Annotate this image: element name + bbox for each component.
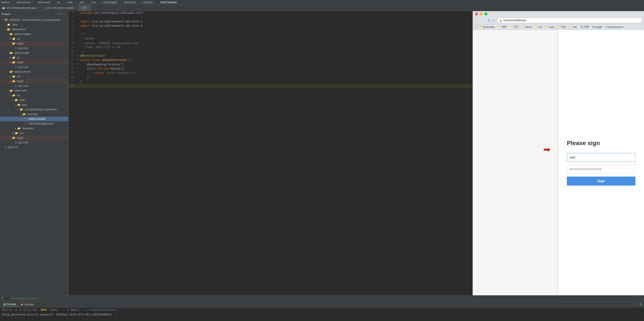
back-button[interactable]: ← — [474, 18, 479, 22]
tree-item[interactable]: mpom.xml — [0, 140, 68, 145]
tree-item[interactable]: mpom.xml — [0, 145, 68, 150]
tree-item[interactable]: ▶📁resources — [0, 126, 68, 131]
bookmark-gongzuo[interactable]: 📁 工作 — [509, 25, 519, 29]
sidebar-header: Project ⬛ ⇅ ⚙ — — [0, 11, 68, 17]
run-close-button[interactable]: ✕ — [39, 297, 41, 300]
tab-actuator[interactable]: ⚡ Actuator — [19, 302, 36, 307]
tree-item[interactable]: ▶📁src — [0, 74, 68, 79]
username-input[interactable] — [567, 153, 636, 162]
tree-item[interactable]: CAdminWebApplication — [0, 121, 68, 126]
tree-item[interactable]: mpom.xml — [0, 46, 68, 50]
bookmark-bookmarks[interactable]: 📁 Bookmarks — [478, 25, 496, 29]
tree-item[interactable]: CHelloController — [0, 116, 68, 121]
google-icon: G — [592, 26, 594, 28]
tree-item[interactable]: mpom.xml — [0, 84, 68, 88]
password-input[interactable] — [567, 165, 636, 173]
tree-item[interactable]: ▼📦svbadmin ~/Documents/idea_workspace/sv… — [0, 18, 68, 22]
collapse-all-icon[interactable]: ⬛ — [54, 13, 57, 16]
run-bar: ▶ Run: AdminWebApplication ✕ — [0, 296, 644, 302]
scroll-down-button[interactable]: ↓ — [637, 303, 639, 306]
tree-file-icon: 📁 — [7, 23, 10, 26]
tree-item[interactable]: ▼📂admin-model — [0, 50, 68, 55]
tree-item[interactable]: ▼📂adminserver — [0, 27, 68, 32]
tree-item[interactable]: 📁.idea — [0, 22, 68, 27]
bookmark-changyong[interactable]: 📁 常用 — [497, 25, 508, 29]
console-tab-label: Console — [7, 303, 16, 306]
home-button[interactable]: ⌂ — [492, 18, 496, 22]
tab-close-button[interactable]: ✕ — [87, 7, 88, 9]
tree-file-icon: 📂 — [10, 89, 13, 92]
breadcrumb-src[interactable]: src — [57, 1, 60, 4]
tree-item[interactable]: ▼📂target — [0, 136, 68, 140]
tree-arrow-icon: ▼ — [12, 99, 14, 101]
tree-item-label: target — [17, 42, 24, 45]
tree-item[interactable]: ▶📁test — [0, 131, 68, 136]
bookmark-fun[interactable]: 📁 fun — [534, 25, 543, 29]
settings-icon[interactable]: ⚙ — [61, 13, 63, 16]
tab-adminwebapplication[interactable]: ☕ adminWebApplication.java ✕ — [0, 5, 42, 11]
forward-button[interactable]: → — [480, 18, 485, 22]
line-number: 15 — [68, 71, 76, 74]
code-editor[interactable]: 1package com.shenfangtao.adminweb.contr2… — [68, 11, 472, 295]
bookmark-cdo[interactable]: 📁 cdo — [568, 25, 578, 29]
breadcrumb-controller[interactable]: controller — [143, 1, 153, 4]
tree-file-icon: m — [15, 66, 17, 68]
close-window-button[interactable] — [475, 12, 478, 16]
tab-console[interactable]: ▤ Console — [2, 302, 18, 307]
bookmark-label: others — [525, 26, 532, 28]
tree-item[interactable]: mpom.xml — [0, 65, 68, 70]
scroll-up-button[interactable]: ↑ — [635, 303, 636, 306]
tree-item[interactable]: ▼📂target — [0, 79, 68, 84]
console-icon: ▤ — [4, 303, 6, 306]
breadcrumb-java[interactable]: java — [80, 1, 84, 4]
bookmark-label: 工作 — [514, 25, 518, 28]
tab-close-button[interactable]: ✕ — [75, 7, 76, 9]
bookmark-google[interactable]: G Google — [591, 25, 603, 29]
app-name-label[interactable]: AdminWebApplication — [10, 297, 38, 300]
breadcrumb-hellocontroller[interactable]: HelloController — [160, 1, 177, 4]
expand-icon[interactable]: ⇅ — [58, 13, 60, 16]
tree-item-label: admin-model — [14, 52, 29, 54]
tab-close-button[interactable]: ✕ — [38, 7, 39, 9]
bookmark-others[interactable]: 📁 others — [520, 25, 533, 29]
breadcrumb-adminserver[interactable]: adminserver — [16, 1, 31, 4]
breadcrumb-main[interactable]: main — [67, 1, 73, 4]
breadcrumb-badmin[interactable]: badmin — [1, 1, 10, 4]
tree-item[interactable]: ▼📂controller — [0, 112, 68, 116]
tree-item[interactable]: ▼📂target — [0, 41, 68, 46]
breadcrumb-com[interactable]: com — [91, 1, 96, 4]
sign-in-button[interactable]: Sign — [567, 176, 636, 186]
tree-arrow-icon: ▼ — [14, 104, 17, 106]
address-bar[interactable]: 🔒 localhost:8080/login — [497, 18, 642, 23]
bookmark-baidu[interactable]: 🐾 百度 — [579, 25, 590, 29]
tree-item[interactable]: ▼📂target — [0, 60, 68, 65]
tree-item[interactable]: ▼📂admin-service — [0, 70, 68, 74]
bookmark-work[interactable]: 📁 work — [544, 25, 555, 29]
tree-item[interactable]: ▼📂admin-web — [0, 88, 68, 93]
tree-item[interactable]: ▼📂java — [0, 102, 68, 107]
tab-hellocontroller[interactable]: C C ✕ — [79, 5, 91, 11]
thread: main — [71, 308, 77, 311]
reload-button[interactable]: ↻ — [486, 18, 491, 22]
minimize-icon[interactable]: — — [64, 13, 67, 16]
tab-pom-xml[interactable]: m pom.xml (admin-model) ✕ — [42, 5, 79, 11]
tree-item[interactable]: ▼📂main — [0, 98, 68, 102]
bookmark-label: work — [549, 26, 554, 28]
tree-item[interactable]: ▼📂src — [0, 93, 68, 98]
wrench-icon[interactable]: 🔧 — [639, 303, 642, 306]
tree-item[interactable]: ▶📁src — [0, 55, 68, 60]
tree-item[interactable]: ▼📂com.shenfangtao.adminweb — [0, 107, 68, 112]
maximize-window-button[interactable] — [484, 12, 488, 16]
bookmark-vue-element[interactable]: V Vue Element A — [604, 25, 624, 29]
tree-item[interactable]: ▶📁src — [0, 36, 68, 41]
tree-item[interactable]: ▼📂admin-mapper — [0, 32, 68, 36]
breadcrumb-shenfangtao[interactable]: shenfangtao — [103, 1, 117, 4]
login-title: Please sign — [567, 140, 600, 146]
code-line: 17} — [68, 80, 472, 84]
tree-arrow-icon: ▼ — [2, 19, 4, 21]
code-line: 3import org.springframework.web.bind.a — [68, 20, 472, 24]
bookmark-jingpin[interactable]: 📁 竞品 — [556, 25, 567, 29]
breadcrumb-admin-web[interactable]: admin-web — [38, 1, 50, 4]
minimize-window-button[interactable] — [480, 12, 483, 16]
breadcrumb-adminweb[interactable]: adminweb — [124, 1, 136, 4]
